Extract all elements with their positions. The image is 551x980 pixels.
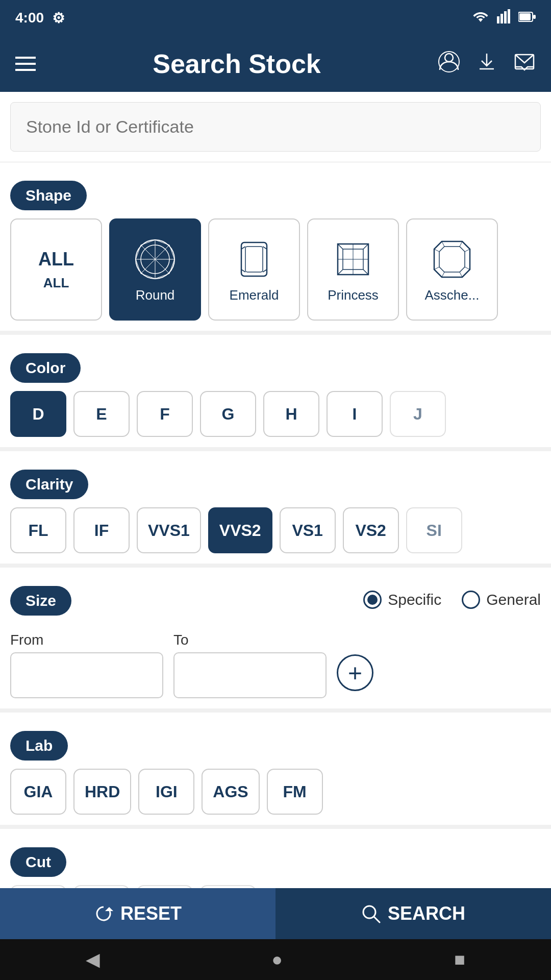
search-button[interactable]: SEARCH [276, 888, 551, 939]
clarity-label: Clarity [10, 470, 88, 499]
bottom-buttons: RESET SEARCH [0, 888, 551, 939]
specific-option[interactable]: Specific [363, 591, 441, 609]
svg-line-50 [374, 917, 380, 922]
reset-icon [94, 904, 113, 923]
page-title: Search Stock [153, 48, 321, 79]
svg-line-33 [363, 244, 368, 249]
add-size-button[interactable]: + [337, 654, 373, 691]
clarity-vvs2[interactable]: VVS2 [208, 507, 272, 553]
size-to-input[interactable] [173, 652, 327, 698]
round-label: Round [136, 287, 175, 303]
svg-line-35 [363, 270, 368, 275]
status-right [472, 9, 536, 27]
lab-pill-row: GIA HRD IGI AGS FM [10, 769, 541, 815]
general-option[interactable]: General [462, 591, 541, 609]
clarity-fl[interactable]: FL [10, 507, 66, 553]
from-group: From [10, 632, 163, 698]
color-i[interactable]: I [327, 391, 383, 437]
specific-radio[interactable] [363, 591, 382, 609]
lab-section: Lab GIA HRD IGI AGS FM [0, 713, 551, 829]
status-left: 4:00 ⚙ [15, 10, 65, 27]
svg-line-43 [465, 267, 470, 270]
emerald-label: Emerald [230, 287, 279, 303]
svg-marker-39 [439, 247, 465, 272]
color-h[interactable]: H [263, 391, 319, 437]
svg-point-7 [445, 54, 453, 62]
general-label: General [486, 591, 541, 608]
cut-label: Cut [10, 847, 66, 877]
shape-princess[interactable]: Princess [307, 218, 399, 321]
lab-fm[interactable]: FM [267, 769, 323, 815]
svg-rect-0 [497, 16, 499, 23]
status-bar: 4:00 ⚙ [0, 0, 551, 36]
profile-icon[interactable] [438, 51, 460, 78]
main-content: Shape ALL ALL [0, 92, 551, 980]
reset-button[interactable]: RESET [0, 888, 276, 939]
menu-button[interactable] [15, 57, 36, 71]
svg-rect-25 [245, 247, 263, 272]
princess-label: Princess [328, 287, 379, 303]
svg-line-16 [155, 240, 169, 245]
shape-round[interactable]: Round [109, 218, 201, 321]
clarity-vs2[interactable]: VS2 [343, 507, 399, 553]
shape-emerald[interactable]: Emerald [208, 218, 300, 321]
lab-hrd[interactable]: HRD [73, 769, 131, 815]
to-label: To [173, 632, 327, 648]
svg-line-21 [136, 259, 141, 274]
general-radio[interactable] [462, 591, 480, 609]
clarity-si[interactable]: SI [406, 507, 462, 553]
svg-line-41 [460, 241, 462, 247]
stone-id-input[interactable] [10, 102, 541, 152]
shape-all-text: ALL [38, 249, 74, 270]
back-nav-button[interactable]: ◀ [86, 949, 100, 970]
clarity-vs1[interactable]: VS1 [280, 507, 336, 553]
asscher-label: Assche... [425, 287, 480, 303]
search-icon [361, 904, 381, 923]
asscher-shape-icon [429, 236, 475, 282]
svg-line-23 [141, 240, 155, 245]
color-j[interactable]: J [390, 391, 446, 437]
download-icon[interactable] [475, 51, 498, 78]
signal-icon [497, 9, 510, 27]
size-from-input[interactable] [10, 652, 163, 698]
home-nav-button[interactable]: ● [271, 949, 283, 970]
svg-line-20 [141, 274, 155, 279]
svg-rect-6 [533, 15, 536, 19]
color-label: Color [10, 353, 81, 383]
svg-rect-5 [519, 13, 531, 20]
svg-line-46 [434, 267, 439, 270]
svg-line-44 [460, 272, 462, 277]
svg-line-18 [169, 259, 174, 274]
lab-igi[interactable]: IGI [138, 769, 194, 815]
size-header: Size Specific General [10, 576, 541, 624]
clarity-pill-row: FL IF VVS1 VVS2 VS1 VS2 SI [10, 507, 541, 553]
size-label: Size [10, 586, 71, 616]
clarity-vvs1[interactable]: VVS1 [137, 507, 201, 553]
search-container [0, 92, 551, 162]
shape-all[interactable]: ALL ALL [10, 218, 102, 321]
color-f[interactable]: F [137, 391, 193, 437]
lab-label: Lab [10, 731, 68, 761]
color-g[interactable]: G [200, 391, 256, 437]
lab-ags[interactable]: AGS [202, 769, 259, 815]
svg-line-40 [442, 241, 444, 247]
svg-line-42 [465, 249, 470, 252]
from-label: From [10, 632, 163, 648]
nav-bar: ◀ ● ■ [0, 939, 551, 980]
color-d[interactable]: D [10, 391, 66, 437]
svg-line-47 [434, 249, 439, 252]
recent-nav-button[interactable]: ■ [454, 949, 465, 970]
lab-gia[interactable]: GIA [10, 769, 66, 815]
emerald-shape-icon [231, 236, 277, 282]
svg-line-34 [338, 270, 343, 275]
shape-section: Shape ALL ALL [0, 162, 551, 335]
clarity-if[interactable]: IF [73, 507, 130, 553]
shape-label: Shape [10, 181, 87, 210]
color-section: Color D E F G H I J [0, 335, 551, 451]
settings-icon: ⚙ [52, 10, 65, 27]
color-e[interactable]: E [73, 391, 130, 437]
inbox-icon[interactable] [513, 51, 536, 78]
battery-icon [518, 10, 536, 26]
svg-line-17 [169, 245, 174, 259]
shape-asscher[interactable]: Assche... [406, 218, 498, 321]
